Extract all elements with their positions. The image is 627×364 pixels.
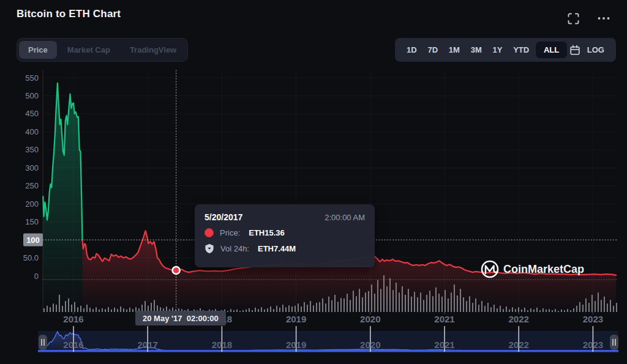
tab-tradingview[interactable]: TradingView <box>121 41 186 59</box>
calendar-icon[interactable] <box>569 45 580 56</box>
navigator-year-label: 2017 <box>138 340 158 350</box>
more-options-icon[interactable] <box>598 12 610 24</box>
range-selector: 1D7D1M3M1YYTDALLLOG <box>395 38 616 62</box>
x-axis-label: 2023 <box>583 314 603 324</box>
y-axis-label: 150 <box>25 217 39 226</box>
header-icons <box>567 12 610 24</box>
x-axis-label: 2019 <box>286 314 306 324</box>
tooltip-time: 2:00:00 AM <box>325 213 365 222</box>
y-axis-label: 500 <box>25 91 39 100</box>
navigator-left-handle-body <box>39 335 47 350</box>
hover-point-marker <box>173 267 180 274</box>
tooltip-date: 5/20/2017 <box>205 212 242 222</box>
y-axis-badge-label: 100 <box>26 236 40 245</box>
chart-tooltip: 5/20/2017 2:00:00 AM Price:ETH15.36 Vol … <box>195 204 375 267</box>
navigator-year-label: 2023 <box>583 340 603 350</box>
chart-widget: Bitcoin to ETH Chart PriceMarket CapTrad… <box>0 0 627 364</box>
x-axis-label: 2021 <box>434 314 454 324</box>
volume-shield-icon <box>205 243 214 254</box>
tooltip-vol-label: Vol 24h: <box>220 244 249 253</box>
range-7d[interactable]: 7D <box>423 42 442 58</box>
navigator-year-label: 2022 <box>509 340 529 350</box>
range-all[interactable]: ALL <box>536 42 567 58</box>
range-1y[interactable]: 1Y <box>489 42 507 58</box>
navigator-year-label: 2019 <box>286 340 306 350</box>
range-ytd[interactable]: YTD <box>509 42 533 58</box>
y-axis-label: 550 <box>25 73 39 83</box>
navigator-right-handle-body <box>610 335 618 350</box>
navigator-background <box>38 331 618 352</box>
log-scale-button[interactable]: LOG <box>583 42 609 58</box>
crosshair-date-badge: 20 May '17 02:00:00 <box>135 311 226 325</box>
navigator-year-label: 2021 <box>434 340 454 350</box>
price-series-icon <box>205 228 214 237</box>
navigator-year-label: 2016 <box>63 340 83 350</box>
y-axis-label: 200 <box>25 199 39 209</box>
range-3m[interactable]: 3M <box>467 42 486 58</box>
navigator-left-handle[interactable] <box>39 335 47 350</box>
watermark-text: CoinMarketCap <box>503 263 584 275</box>
navigator-bottom-bar <box>38 350 618 352</box>
tooltip-price-label: Price: <box>220 228 240 237</box>
navigator-year-label: 2018 <box>212 340 232 350</box>
y-axis-label: 400 <box>25 127 39 136</box>
chart-type-tabs: PriceMarket CapTradingView <box>17 38 188 62</box>
x-axis-label: 2020 <box>360 314 380 324</box>
y-axis-label: 300 <box>25 163 39 173</box>
range-1d[interactable]: 1D <box>402 42 421 58</box>
range-1m[interactable]: 1M <box>445 42 464 58</box>
navigator: 20162017201820192020202120222023 <box>38 326 618 352</box>
tooltip-price-value: ETH15.36 <box>249 228 285 237</box>
tooltip-vol-value: ETH7.44M <box>258 244 296 253</box>
tab-market-cap[interactable]: Market Cap <box>58 41 119 59</box>
y-axis-label: 250 <box>25 181 39 190</box>
fullscreen-icon[interactable] <box>567 12 579 24</box>
y-axis-label: 50.0 <box>23 253 39 262</box>
navigator-year-label: 2020 <box>360 340 380 350</box>
page-title: Bitcoin to ETH Chart <box>17 8 121 20</box>
x-axis-label: 2016 <box>63 314 83 324</box>
x-axis-label: 2022 <box>509 314 529 324</box>
y-axis-label: 450 <box>25 109 39 118</box>
volume-bar <box>616 303 617 312</box>
y-axis-label: 350 <box>25 145 39 154</box>
navigator-right-handle[interactable] <box>610 335 618 350</box>
y-axis-label: 0 <box>34 272 39 281</box>
tab-price[interactable]: Price <box>19 41 57 59</box>
